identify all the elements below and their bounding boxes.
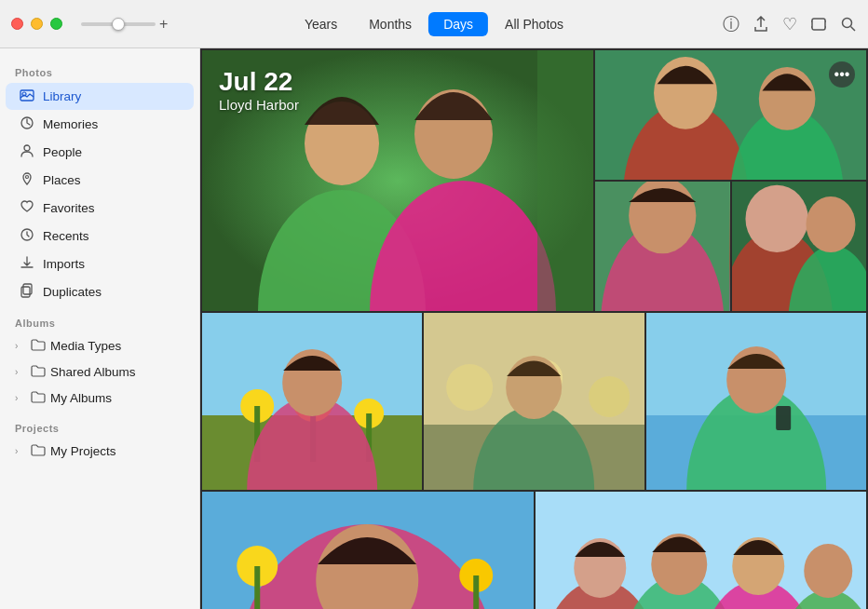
zoom-slider-thumb[interactable] [112,18,125,31]
search-icon[interactable] [840,16,857,33]
zoom-slider-track[interactable] [81,22,156,26]
photo-cell-row2-2[interactable] [424,313,644,490]
view-tabs: Years Months Days All Photos [290,12,578,36]
main-content: Photos Library Memories [0,48,868,609]
sidebar-item-people[interactable]: People [6,139,194,166]
zoom-slider-area[interactable]: + [81,16,168,33]
share-icon[interactable] [753,16,769,33]
chevron-right-icon: › [15,446,26,456]
library-icon [19,88,35,105]
sidebar-item-label: People [43,145,82,159]
places-icon [19,171,35,189]
minimize-button[interactable] [31,18,43,30]
svg-point-27 [745,185,807,252]
sidebar-item-label: Media Types [50,339,121,353]
svg-point-6 [24,145,30,151]
photo-cell-bottom-right-1[interactable] [595,182,730,311]
photo-cell-row3-1[interactable] [202,492,534,609]
sidebar-item-label: Library [43,89,81,103]
sidebar-item-label: Imports [43,257,85,271]
sidebar-item-label: Shared Albums [50,365,136,379]
imports-icon [19,255,35,273]
favorite-icon[interactable]: ♡ [782,14,797,34]
svg-point-29 [806,196,855,252]
albums-section-label: Albums [0,306,199,332]
svg-point-44 [589,376,630,417]
photo-cell-bottom-right-2[interactable] [732,182,867,311]
folder-icon [30,338,47,354]
sidebar-item-my-projects[interactable]: › My Projects [6,439,194,464]
sidebar-item-favorites[interactable]: Favorites [6,195,194,222]
svg-rect-16 [537,50,593,311]
sidebar-item-places[interactable]: Places [6,167,194,194]
svg-point-1 [843,18,852,27]
projects-section-label: Projects [0,412,199,438]
sidebar-item-recents[interactable]: Recents [6,223,194,250]
people-icon [19,143,35,161]
info-icon[interactable]: ⓘ [723,13,739,35]
photo-row-3 [202,492,866,609]
svg-rect-57 [254,566,260,609]
sidebar-item-label: My Projects [50,444,116,458]
close-button[interactable] [11,18,23,30]
tab-months[interactable]: Months [354,12,427,36]
photo-cell-row3-2[interactable] [536,492,867,609]
sidebar-item-shared-albums[interactable]: › Shared Albums [6,359,194,385]
photo-cell-row2-1[interactable] [202,313,422,490]
sidebar-item-media-types[interactable]: › Media Types [6,333,194,359]
sidebar-item-imports[interactable]: Imports [6,250,194,277]
date-day: Jul 22 [219,67,299,97]
svg-line-2 [851,26,856,31]
svg-rect-59 [473,575,479,609]
sidebar-item-my-albums[interactable]: › My Albums [6,386,194,411]
folder-icon [30,443,47,459]
svg-rect-0 [812,19,825,30]
sidebar-item-label: Favorites [43,201,95,215]
sidebar-item-memories[interactable]: Memories [6,111,194,138]
sidebar-item-label: Recents [43,229,89,243]
more-options-button[interactable]: ••• [829,61,855,88]
maximize-button[interactable] [50,18,62,30]
memories-icon [19,115,35,133]
traffic-lights [11,18,62,30]
sidebar-item-library[interactable]: Library [6,83,194,110]
svg-rect-51 [776,406,791,430]
toolbar-icons: ⓘ ♡ [723,13,857,35]
svg-point-7 [26,176,29,179]
folder-icon [30,390,47,406]
chevron-right-icon: › [15,367,26,377]
chevron-right-icon: › [15,341,26,351]
slideshow-icon[interactable] [810,16,827,33]
sidebar-item-label: Duplicates [43,285,102,299]
chevron-right-icon: › [15,393,26,403]
recents-icon [19,227,35,245]
photo-cell-main[interactable]: Jul 22 Lloyd Harbor [202,50,593,311]
sidebar-item-label: My Albums [50,391,112,405]
sidebar-item-duplicates[interactable]: Duplicates [6,278,194,305]
photo-grid: Jul 22 Lloyd Harbor [200,48,868,609]
tab-days[interactable]: Days [428,12,488,36]
tab-all-photos[interactable]: All Photos [490,12,578,36]
svg-point-42 [446,364,493,411]
date-header: Jul 22 Lloyd Harbor [219,67,299,113]
favorites-icon [19,199,35,217]
date-location: Lloyd Harbor [219,97,299,113]
photo-cell-top-right[interactable]: ••• [595,50,866,180]
svg-point-69 [804,544,852,598]
duplicates-icon [19,283,35,301]
photo-row-2 [202,313,866,490]
sidebar-item-label: Memories [43,117,98,131]
title-bar: + Years Months Days All Photos ⓘ ♡ [0,0,868,48]
zoom-plus-button[interactable]: + [159,16,168,33]
sidebar: Photos Library Memories [0,48,200,609]
photo-cell-row2-3[interactable] [646,313,866,490]
sidebar-item-label: Places [43,173,81,187]
tab-years[interactable]: Years [290,12,352,36]
svg-rect-9 [23,284,32,294]
folder-icon [30,364,47,380]
photos-section-label: Photos [0,56,199,82]
photo-row-1-right: ••• [595,50,866,311]
photo-area: Jul 22 Lloyd Harbor [200,48,868,609]
photo-row-1: Jul 22 Lloyd Harbor [202,50,866,311]
